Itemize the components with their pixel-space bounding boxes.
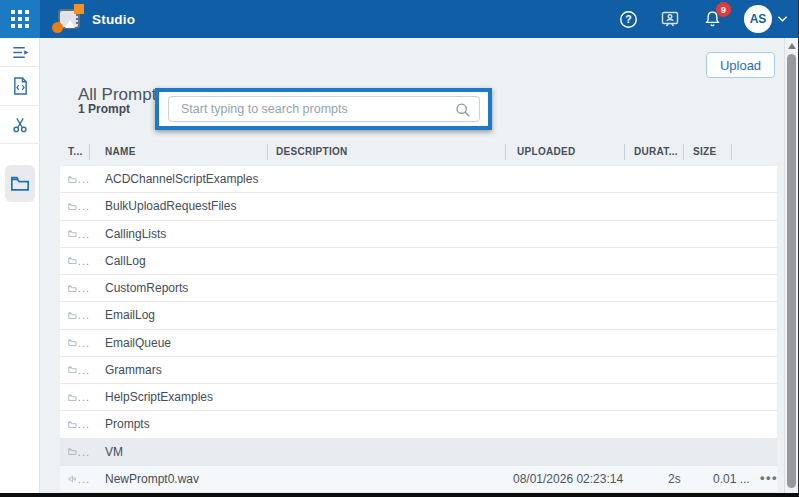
upload-button[interactable]: Upload [706,52,775,78]
left-sidebar [0,38,40,493]
scrollbar-thumb[interactable] [787,54,796,488]
main-content: All Prompts Upload 1 Prompt T... NAME DE… [40,38,799,493]
search-highlight-callout [155,88,492,130]
table-body: ... ACDChannelScriptExamples ... BulkUpl… [60,166,777,493]
search-input[interactable] [169,97,479,121]
column-name[interactable]: NAME [90,144,268,160]
app-title: Studio [92,12,135,27]
folder-icon [68,282,77,295]
sidebar-item-prompts[interactable] [0,144,40,210]
app-launcher-icon[interactable] [0,0,40,38]
row-size: 0.01 ... [713,472,753,486]
sidebar-item-scripts[interactable] [0,38,40,67]
folder-icon [68,445,77,458]
search-icon [455,102,471,118]
table-row[interactable]: ... Grammars [60,357,777,384]
notifications-bell-icon[interactable]: 9 [702,9,722,29]
folder-nav-icon [10,175,30,192]
chevron-down-icon[interactable] [777,15,788,23]
table-row[interactable]: ... EmailLog [60,302,777,329]
column-actions [732,144,777,160]
user-avatar[interactable]: AS [744,5,772,33]
row-duration: 2s [668,472,681,486]
notification-count-badge: 9 [716,2,731,17]
table-row[interactable]: ... Prompts [60,411,777,438]
row-name: Grammars [90,363,162,377]
table-row[interactable]: ... ACDChannelScriptExamples [60,166,777,193]
screen-share-icon[interactable] [660,9,680,29]
table-row[interactable]: ... EmailQueue [60,330,777,357]
table-row[interactable]: ... CallLog [60,248,777,275]
scrollbar-up-arrow-icon[interactable] [788,43,796,49]
folder-icon [68,418,77,431]
sidebar-item-snippets[interactable] [0,106,40,144]
row-uploaded: 08/01/2026 02:23:14 [513,472,623,486]
column-description[interactable]: DESCRIPTION [268,144,506,160]
row-name: HelpScriptExamples [90,390,213,404]
column-size[interactable]: SIZE [684,144,732,160]
folder-icon [68,200,77,213]
table-row[interactable]: ... BulkUploadRequestFiles [60,193,777,220]
folder-icon [68,254,77,267]
table-row[interactable]: ... CallingLists [60,221,777,248]
table-row[interactable]: ... HelpScriptExamples [60,384,777,411]
top-bar: Studio ? 9 AS [0,0,798,38]
row-name: CustomReports [90,281,188,295]
row-name: NewPrompt0.wav [90,472,199,486]
audio-speaker-icon [68,472,77,486]
script-list-icon [11,44,30,61]
search-box [168,96,480,122]
row-name: EmailQueue [90,336,171,350]
row-name: EmailLog [90,308,155,322]
column-duration[interactable]: DURAT... [625,144,684,160]
table-row[interactable]: ... VM [60,439,777,466]
help-icon[interactable]: ? [618,9,638,29]
active-nav-tile [5,165,35,202]
svg-text:?: ? [625,14,631,25]
folder-icon [68,363,77,376]
vertical-scrollbar [784,38,798,493]
scissors-icon [11,115,29,134]
sidebar-item-script-files[interactable] [0,67,40,106]
table-row[interactable]: ... CustomReports [60,275,777,302]
folder-icon [68,336,77,349]
folder-icon [68,309,77,322]
row-name: Prompts [90,417,150,431]
studio-logo-icon [56,7,82,31]
table-header: T... NAME DESCRIPTION UPLOADED DURAT... … [60,138,777,166]
folder-icon [68,173,77,186]
row-name: CallLog [90,254,146,268]
folder-icon [68,391,77,404]
prompt-count-label: 1 Prompt [78,102,130,116]
code-file-icon [12,76,29,96]
row-name: CallingLists [90,227,166,241]
table-row[interactable]: ... NewPrompt0.wav 08/01/2026 02:23:14 2… [60,466,777,493]
row-name: BulkUploadRequestFiles [90,199,236,213]
folder-icon [68,227,77,240]
row-name: ACDChannelScriptExamples [90,172,258,186]
column-type[interactable]: T... [60,144,90,160]
prompts-table: T... NAME DESCRIPTION UPLOADED DURAT... … [60,138,777,493]
row-actions-menu-icon[interactable]: ••• [760,470,778,485]
column-uploaded[interactable]: UPLOADED [506,144,625,160]
row-name: VM [90,445,123,459]
